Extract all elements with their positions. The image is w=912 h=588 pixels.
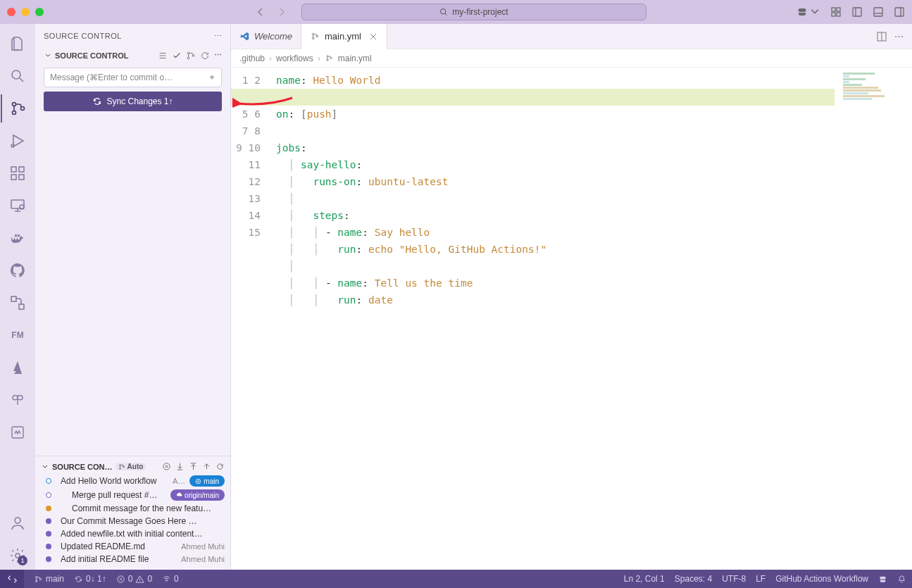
commit-row[interactable]: Merge pull request #…origin/main	[39, 488, 226, 502]
svg-point-35	[312, 37, 314, 39]
debug-icon[interactable]	[1, 127, 35, 155]
line-gutter: 1 2 3 4 5 6 7 8 9 10 11 12 13 14 15	[231, 68, 270, 570]
github-icon[interactable]	[1, 256, 35, 284]
close-icon[interactable]	[368, 32, 378, 42]
error-icon	[116, 575, 125, 584]
minimize-window[interactable]	[21, 8, 30, 16]
panel-bottom-icon[interactable]	[873, 6, 884, 18]
maximize-window[interactable]	[35, 8, 44, 16]
status-encoding[interactable]: UTF-8	[722, 574, 746, 584]
svg-rect-16	[19, 167, 24, 172]
graph-header[interactable]: SOURCE CON… Auto	[39, 459, 226, 474]
svg-rect-7	[895, 8, 904, 16]
svg-point-11	[21, 107, 25, 111]
sc-section-header[interactable]: SOURCE CONTROL ⋯	[41, 48, 225, 63]
status-spaces[interactable]: Spaces: 4	[675, 574, 712, 584]
sync-changes-button[interactable]: Sync Changes 1↑	[44, 92, 222, 111]
nav-forward-icon[interactable]	[276, 6, 287, 18]
svg-rect-6	[874, 8, 882, 16]
split-editor-icon[interactable]	[876, 31, 887, 42]
account-icon[interactable]	[1, 509, 35, 537]
status-ports[interactable]: 0	[162, 574, 179, 584]
tab-main-yml[interactable]: main.yml	[301, 24, 387, 49]
close-window[interactable]	[7, 8, 15, 16]
panel-left-icon[interactable]	[851, 6, 863, 18]
layout-grid-icon[interactable]	[830, 6, 842, 18]
search-icon	[439, 8, 448, 16]
svg-point-40	[330, 57, 331, 58]
svg-rect-4	[837, 13, 840, 16]
crumb-github[interactable]: .github	[239, 54, 265, 63]
sparkle-icon[interactable]: ✦	[208, 73, 215, 82]
copilot-icon[interactable]	[797, 6, 820, 18]
command-center[interactable]: my-first-project	[301, 4, 646, 20]
pull-icon[interactable]	[175, 462, 185, 471]
ext3-icon[interactable]	[1, 418, 35, 446]
editor-body[interactable]: 1 2 3 4 5 6 7 8 9 10 11 12 13 14 15 name…	[231, 68, 912, 570]
nav-back-icon[interactable]	[255, 6, 266, 18]
sync-icon	[92, 96, 102, 106]
status-eol[interactable]: LF	[756, 574, 766, 584]
commit-check-icon[interactable]	[172, 51, 182, 61]
status-problems[interactable]: 0 0	[116, 574, 152, 584]
code-content[interactable]: name: Hello World on: [push] jobs: │ say…	[270, 68, 912, 570]
docker-icon[interactable]	[1, 224, 35, 252]
sc-more-icon[interactable]: ⋯	[214, 51, 222, 61]
view-as-tree-icon[interactable]	[158, 51, 168, 61]
status-sync[interactable]: 0↓ 1↑	[74, 574, 106, 584]
svg-point-10	[13, 111, 16, 115]
branch-mini-icon	[118, 463, 125, 470]
status-branch[interactable]: main	[34, 574, 64, 584]
explorer-icon[interactable]	[1, 30, 35, 58]
window-controls	[7, 8, 44, 16]
svg-rect-13	[11, 167, 16, 172]
editor-more-icon[interactable]: ⋯	[894, 31, 904, 42]
copilot-status-icon[interactable]	[878, 575, 887, 584]
panel-right-icon[interactable]	[894, 6, 905, 18]
commit-row[interactable]: Add initial README fileAhmed Muhi	[39, 553, 226, 565]
command-center-text: my-first-project	[452, 7, 508, 17]
push-icon[interactable]	[189, 462, 198, 471]
titlebar: my-first-project	[0, 0, 912, 24]
settings-icon[interactable]: 1	[1, 542, 35, 570]
fetch-icon[interactable]	[202, 462, 211, 471]
auto-tag[interactable]: Auto	[115, 463, 146, 470]
remote-explorer-icon[interactable]	[1, 192, 35, 220]
sync-status-icon	[74, 575, 83, 584]
refresh-icon[interactable]	[200, 51, 210, 61]
extensions-icon[interactable]	[1, 159, 35, 187]
panel-more-icon[interactable]: ⋯	[214, 32, 223, 41]
butterfly-icon[interactable]	[1, 386, 35, 414]
svg-point-43	[39, 578, 41, 580]
svg-point-45	[166, 580, 168, 581]
yaml-icon	[325, 54, 334, 63]
crumb-workflows[interactable]: workflows	[276, 54, 313, 63]
remote-indicator[interactable]	[0, 570, 24, 588]
crumb-file[interactable]: main.yml	[338, 54, 372, 63]
branch-icon[interactable]	[186, 51, 196, 61]
commit-row[interactable]: Add Hello World workflowA…main	[39, 474, 226, 488]
commit-row[interactable]: Added newfile.txt with initial content…	[39, 527, 226, 540]
tab-welcome[interactable]: Welcome	[231, 24, 301, 49]
commit-message-input[interactable]: Message (⌘Enter to commit o… ✦	[44, 68, 222, 87]
svg-point-39	[327, 59, 328, 61]
svg-point-42	[36, 580, 37, 582]
target-icon[interactable]	[162, 462, 171, 471]
fm-icon[interactable]: FM	[1, 321, 35, 349]
source-control-activity-icon[interactable]	[1, 94, 35, 123]
commit-row[interactable]: Commit message for the new featu…	[39, 502, 226, 515]
git-graph-icon[interactable]	[1, 289, 35, 317]
chevron-down-icon	[44, 51, 52, 60]
status-lang[interactable]: GitHub Actions Workflow	[775, 574, 868, 584]
azure-icon[interactable]	[1, 354, 35, 382]
commit-row[interactable]: Our Commit Message Goes Here …	[39, 515, 226, 527]
commit-row[interactable]: Updated README.mdAhmed Muhi	[39, 540, 226, 553]
svg-rect-15	[19, 175, 24, 180]
breadcrumbs[interactable]: .github› workflows› main.yml	[231, 49, 912, 68]
refresh-graph-icon[interactable]	[215, 462, 225, 471]
sidebar: SOURCE CONTROL ⋯ SOURCE CONTROL ⋯ Messag…	[35, 24, 231, 570]
status-cursor[interactable]: Ln 2, Col 1	[624, 574, 665, 584]
search-activity-icon[interactable]	[1, 62, 35, 90]
bell-icon[interactable]	[897, 575, 906, 584]
yaml-icon	[310, 31, 320, 42]
